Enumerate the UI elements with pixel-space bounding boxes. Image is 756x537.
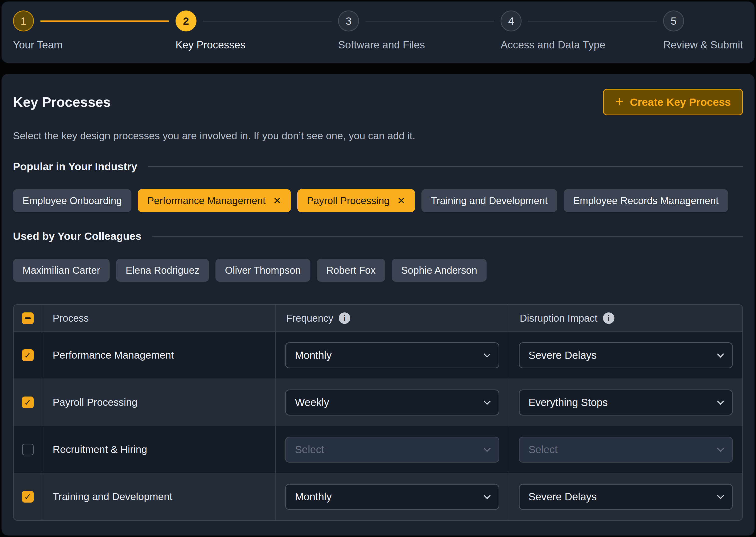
- step-label: Access and Data Type: [501, 39, 663, 51]
- chip[interactable]: Oliver Thompson: [215, 259, 310, 282]
- chevron-down-icon: [717, 492, 724, 499]
- row-checkbox-cell: ✓: [14, 332, 42, 379]
- close-icon[interactable]: ✕: [397, 196, 406, 206]
- frequency-select[interactable]: Monthly: [285, 484, 499, 510]
- row-checkbox-cell: [14, 426, 42, 473]
- chip-label: Robert Fox: [326, 265, 376, 276]
- impact-value: Severe Delays: [529, 491, 597, 503]
- row-checkbox[interactable]: ✓: [22, 350, 34, 361]
- frequency-select[interactable]: Select: [285, 437, 499, 463]
- column-header-process-label: Process: [53, 313, 89, 324]
- step-connector-line: [366, 21, 494, 21]
- process-table: Process Frequency i Disruption Impact i …: [13, 304, 743, 521]
- impact-cell: Select: [509, 426, 742, 473]
- frequency-select[interactable]: Monthly: [285, 342, 499, 368]
- row-checkbox[interactable]: ✓: [22, 491, 34, 503]
- chip[interactable]: Employee Onboarding: [13, 189, 131, 212]
- row-checkbox-cell: ✓: [14, 379, 42, 426]
- chevron-down-icon: [484, 351, 491, 357]
- chevron-down-icon: [484, 398, 491, 405]
- impact-cell: Severe Delays: [509, 332, 742, 379]
- select-all-checkbox[interactable]: [22, 312, 34, 324]
- stepper-step[interactable]: 2 Key Processes: [176, 11, 338, 51]
- step-circle-row: 3: [338, 11, 501, 31]
- colleagues-section-title: Used by Your Colleagues: [13, 230, 142, 242]
- table-header-row: Process Frequency i Disruption Impact i: [14, 305, 742, 331]
- chevron-down-icon: [717, 445, 724, 452]
- frequency-cell: Monthly: [275, 332, 509, 379]
- close-icon[interactable]: ✕: [273, 196, 282, 206]
- row-checkbox[interactable]: ✓: [22, 396, 34, 408]
- step-label: Software and Files: [338, 39, 501, 51]
- chip[interactable]: Elena Rodriguez: [116, 259, 209, 282]
- chip[interactable]: Payroll Processing ✕: [297, 189, 415, 212]
- stepper-step[interactable]: 5 Review & Submit: [663, 11, 743, 51]
- chip[interactable]: Employee Records Management: [564, 189, 728, 212]
- colleague-chips: Maximilian Carter Elena Rodriguez Oliver…: [13, 259, 743, 282]
- plus-icon: +: [615, 94, 623, 108]
- table-row: ✓ Training and Development Monthly Sever…: [14, 473, 742, 520]
- frequency-value: Monthly: [295, 350, 332, 361]
- create-key-process-button[interactable]: + Create Key Process: [603, 89, 743, 115]
- frequency-select[interactable]: Weekly: [285, 390, 499, 415]
- chip-label: Training and Development: [431, 195, 548, 206]
- chip-label: Payroll Processing: [307, 195, 389, 206]
- impact-select[interactable]: Select: [519, 437, 733, 463]
- chip[interactable]: Robert Fox: [317, 259, 385, 282]
- chevron-down-icon: [717, 351, 724, 357]
- impact-value: Everything Stops: [529, 396, 608, 408]
- chip-label: Employee Onboarding: [22, 195, 122, 206]
- row-checkbox-cell: ✓: [14, 474, 42, 520]
- chip[interactable]: Training and Development: [422, 189, 557, 212]
- stepper: 1 Your Team 2 Key Processes 3 Software a…: [13, 11, 743, 51]
- main-panel: Key Processes + Create Key Process Selec…: [2, 74, 754, 535]
- impact-select[interactable]: Severe Delays: [519, 484, 733, 510]
- column-header-frequency-label: Frequency: [286, 313, 333, 324]
- process-name: Recruitment & Hiring: [53, 444, 147, 455]
- impact-cell: Everything Stops: [509, 379, 742, 426]
- step-label: Your Team: [13, 39, 176, 51]
- frequency-value: Weekly: [295, 396, 329, 408]
- step-circle-row: 4: [501, 11, 663, 31]
- row-checkbox[interactable]: [22, 444, 34, 455]
- table-row: Recruitment & Hiring Select Select: [14, 426, 742, 473]
- column-header-frequency: Frequency i: [275, 305, 509, 331]
- chevron-down-icon: [717, 398, 724, 405]
- chip-label: Performance Management: [147, 195, 266, 206]
- info-icon[interactable]: i: [339, 312, 350, 324]
- chip[interactable]: Performance Management ✕: [138, 189, 291, 212]
- chip-label: Sophie Anderson: [401, 265, 477, 276]
- section-divider: [152, 236, 743, 236]
- chip-label: Employee Records Management: [573, 195, 719, 206]
- process-name: Training and Development: [53, 491, 172, 503]
- table-row: ✓ Performance Management Monthly Severe …: [14, 331, 742, 379]
- colleagues-section-header: Used by Your Colleagues: [13, 230, 743, 242]
- column-header-impact: Disruption Impact i: [509, 305, 742, 331]
- impact-value: Select: [529, 444, 558, 456]
- step-number-badge: 3: [338, 11, 359, 31]
- industry-chips: Employee Onboarding Performance Manageme…: [13, 189, 743, 212]
- column-header-impact-label: Disruption Impact: [520, 313, 598, 324]
- industry-section-header: Popular in Your Industry: [13, 160, 743, 173]
- chip[interactable]: Maximilian Carter: [13, 259, 110, 282]
- step-number: 4: [508, 15, 514, 27]
- process-cell: Recruitment & Hiring: [42, 426, 275, 473]
- stepper-step[interactable]: 4 Access and Data Type: [501, 11, 663, 51]
- frequency-cell: Monthly: [275, 474, 509, 520]
- impact-select[interactable]: Everything Stops: [519, 390, 733, 415]
- step-number-badge: 1: [13, 11, 34, 31]
- industry-section-title: Popular in Your Industry: [13, 160, 137, 173]
- panel-header: Key Processes + Create Key Process: [13, 74, 743, 115]
- step-label: Review & Submit: [663, 39, 743, 51]
- stepper-step[interactable]: 1 Your Team: [13, 11, 176, 51]
- stepper-step[interactable]: 3 Software and Files: [338, 11, 501, 51]
- info-icon[interactable]: i: [603, 312, 614, 324]
- chip[interactable]: Sophie Anderson: [392, 259, 487, 282]
- step-number-badge: 4: [501, 11, 521, 31]
- impact-select[interactable]: Severe Delays: [519, 342, 733, 368]
- table-body: ✓ Performance Management Monthly Severe …: [14, 331, 742, 520]
- step-circle-row: 2: [176, 11, 338, 31]
- page-title: Key Processes: [13, 94, 111, 110]
- process-name: Performance Management: [53, 350, 174, 361]
- step-number-badge: 5: [663, 11, 684, 31]
